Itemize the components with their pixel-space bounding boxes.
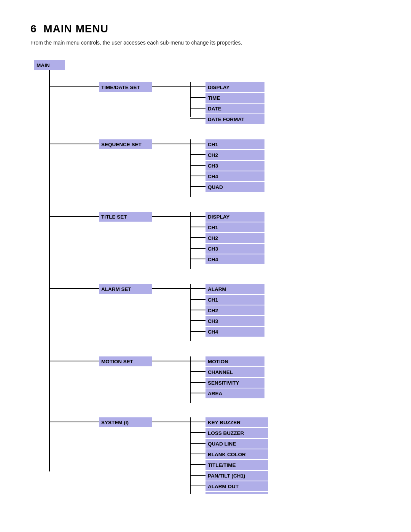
page-subtitle: From the main menu controls, the user ac… (30, 40, 381, 46)
svg-text:DISPLAY: DISPLAY (208, 85, 229, 90)
svg-text:QUAD: QUAD (208, 184, 223, 190)
svg-text:BLANK COLOR: BLANK COLOR (208, 452, 246, 457)
menu-tree-diagram: MAIN TIME/DATE SET DISPLAY TIME DATE DAT… (30, 56, 381, 496)
svg-text:ALARM OUT: ALARM OUT (208, 484, 239, 489)
svg-text:DISPLAY: DISPLAY (208, 214, 229, 220)
svg-text:TIME/DATE SET: TIME/DATE SET (101, 85, 140, 90)
svg-text:ALARM SET: ALARM SET (101, 286, 131, 292)
svg-text:DATE: DATE (208, 106, 221, 112)
page-title: 6 MAIN MENU (30, 23, 381, 35)
svg-text:PAN/TILT (CH1): PAN/TILT (CH1) (208, 473, 245, 479)
svg-text:CH2: CH2 (208, 152, 218, 158)
svg-text:DATE FORMAT: DATE FORMAT (208, 117, 245, 122)
svg-text:CH3: CH3 (208, 163, 218, 169)
svg-text:SEQUENCE SET: SEQUENCE SET (101, 142, 142, 147)
svg-text:MOTION SET: MOTION SET (101, 359, 134, 364)
svg-text:CH4: CH4 (208, 174, 218, 179)
svg-text:CH3: CH3 (208, 246, 218, 252)
svg-text:AREA: AREA (208, 391, 223, 396)
svg-text:MOTION: MOTION (208, 359, 228, 364)
svg-text:SENSITIVITY: SENSITIVITY (208, 380, 239, 386)
svg-text:CH1: CH1 (208, 225, 218, 230)
svg-text:CH4: CH4 (208, 329, 218, 335)
svg-text:CH2: CH2 (208, 308, 218, 313)
svg-text:ALARM: ALARM (208, 286, 226, 292)
svg-text:CH2: CH2 (208, 235, 218, 241)
svg-text:TITLE/TIME: TITLE/TIME (208, 462, 236, 468)
tree-svg: MAIN TIME/DATE SET DISPLAY TIME DATE DAT… (30, 56, 342, 494)
svg-text:LOSS BUZZER: LOSS BUZZER (208, 430, 244, 436)
svg-text:QUAD LINE: QUAD LINE (208, 441, 236, 447)
svg-text:CH4: CH4 (208, 257, 218, 262)
svg-text:CH1: CH1 (208, 297, 218, 303)
svg-text:CH3: CH3 (208, 318, 218, 324)
svg-text:MAIN: MAIN (37, 62, 50, 68)
svg-text:CHANNEL: CHANNEL (208, 369, 233, 375)
svg-text:CH1: CH1 (208, 142, 218, 147)
svg-text:KEY BUZZER: KEY BUZZER (208, 420, 241, 425)
svg-text:TIME: TIME (208, 95, 220, 101)
svg-text:SYSTEM (I): SYSTEM (I) (101, 420, 129, 425)
svg-text:TITLE SET: TITLE SET (101, 214, 127, 220)
